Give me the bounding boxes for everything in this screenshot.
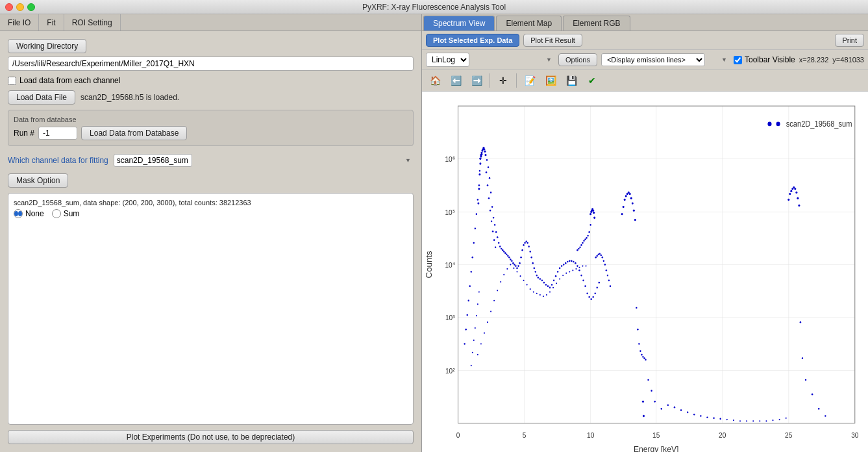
svg-point-110 [577, 265, 578, 267]
radio-sum-dot[interactable] [52, 209, 61, 218]
svg-text:5: 5 [523, 431, 527, 439]
traffic-lights[interactable] [5, 3, 35, 11]
svg-point-226 [559, 278, 560, 279]
svg-point-61 [499, 245, 501, 247]
svg-point-250 [471, 365, 472, 366]
svg-point-54 [490, 192, 491, 194]
svg-point-207 [497, 290, 498, 291]
svg-point-119 [595, 292, 596, 294]
svg-point-41 [479, 170, 480, 172]
svg-point-180 [687, 412, 688, 414]
emission-lines-select[interactable]: <Display emission lines> [601, 53, 705, 66]
tab-fit[interactable]: Fit [39, 14, 64, 31]
plot-experiments-button[interactable]: Plot Experiments (Do not use, to be depr… [8, 430, 414, 444]
svg-point-197 [805, 379, 806, 381]
svg-point-71 [512, 262, 514, 264]
path-input[interactable] [8, 56, 414, 71]
save-icon-button[interactable]: 💾 [562, 71, 580, 90]
svg-point-224 [552, 287, 554, 288]
mask-option-button[interactable]: Mask Option [8, 173, 68, 188]
plot-selected-button[interactable]: Plot Selected Exp. Data [426, 34, 519, 47]
svg-point-259 [739, 420, 741, 421]
svg-point-96 [549, 287, 551, 289]
run-input[interactable] [38, 127, 77, 140]
toolbar-visible-checkbox[interactable] [734, 56, 742, 64]
svg-point-82 [527, 242, 528, 244]
tab-element-map[interactable]: Element Map [496, 16, 562, 31]
working-directory-section: Working Directory [8, 39, 414, 71]
load-database-button[interactable]: Load Data from Database [81, 126, 187, 140]
svg-point-80 [524, 242, 525, 244]
svg-point-253 [475, 327, 476, 329]
home-icon-button[interactable]: 🏠 [426, 71, 444, 90]
channel-select[interactable]: scan2D_19568_sum scan2D_19568_det1 scan2… [114, 154, 192, 167]
tab-file-io[interactable]: File IO [0, 14, 39, 31]
pan-icon-button[interactable]: ✛ [494, 71, 512, 90]
check-icon-button[interactable]: ✔ [583, 71, 601, 90]
svg-point-205 [490, 310, 491, 312]
svg-point-132 [580, 244, 582, 246]
svg-point-202 [480, 343, 482, 344]
working-directory-button[interactable]: Working Directory [8, 39, 86, 53]
svg-point-158 [629, 193, 631, 195]
minimize-button[interactable] [16, 3, 24, 11]
svg-point-239 [478, 173, 480, 175]
svg-point-86 [532, 262, 534, 264]
svg-point-240 [478, 188, 480, 190]
svg-point-222 [546, 294, 547, 295]
svg-point-26 [767, 122, 771, 127]
options-button[interactable]: Options [558, 53, 597, 66]
svg-point-32 [468, 300, 469, 302]
svg-point-173 [654, 401, 655, 403]
svg-point-62 [501, 248, 502, 250]
svg-point-210 [506, 268, 508, 270]
svg-point-188 [790, 190, 792, 192]
svg-point-53 [489, 177, 490, 179]
tab-element-rgb[interactable]: Element RGB [563, 16, 630, 31]
svg-point-135 [584, 238, 586, 240]
title-bar: PyXRF: X-ray Fluorescence Analysis Tool [0, 0, 868, 14]
svg-point-183 [706, 416, 708, 418]
icon-separator-2 [516, 73, 517, 88]
svg-point-103 [563, 264, 564, 266]
radio-none-dot[interactable] [14, 209, 23, 218]
svg-text:15: 15 [652, 431, 660, 439]
svg-point-109 [575, 262, 576, 264]
svg-point-29 [464, 343, 465, 345]
maximize-button[interactable] [27, 3, 35, 11]
svg-text:30: 30 [851, 431, 858, 439]
plot-fit-button[interactable]: Plot Fit Result [523, 34, 582, 47]
radio-none-item[interactable]: None [14, 209, 44, 218]
svg-point-143 [599, 253, 601, 255]
svg-point-191 [794, 188, 796, 190]
tab-roi-setting[interactable]: ROI Setting [64, 14, 121, 31]
svg-point-170 [645, 359, 646, 361]
x-coord: x=28.232 [799, 56, 829, 64]
tab-spectrum-view[interactable]: Spectrum View [423, 16, 495, 31]
svg-point-128 [593, 217, 595, 219]
svg-point-246 [491, 220, 492, 222]
svg-point-93 [543, 282, 545, 284]
linlog-select[interactable]: LinLog Linear Log [426, 53, 469, 67]
svg-point-78 [521, 249, 523, 251]
svg-point-133 [582, 242, 583, 244]
svg-point-196 [802, 357, 803, 359]
back-icon-button[interactable]: ⬅️ [447, 71, 465, 90]
load-data-file-button[interactable]: Load Data File [8, 90, 75, 105]
toolbar-visible-row: Toolbar Visible [734, 55, 795, 64]
load-each-channel-checkbox[interactable] [8, 77, 16, 85]
svg-point-181 [693, 414, 695, 416]
forward-icon-button[interactable]: ➡️ [467, 71, 486, 90]
svg-point-198 [812, 394, 813, 396]
svg-point-138 [588, 231, 589, 233]
close-button[interactable] [5, 3, 13, 11]
svg-point-176 [661, 408, 662, 410]
print-button[interactable]: Print [835, 34, 864, 47]
svg-point-159 [630, 197, 632, 199]
svg-point-216 [527, 284, 528, 285]
svg-point-230 [572, 270, 573, 271]
edit-icon-button[interactable]: 📝 [521, 71, 539, 90]
image-icon-button[interactable]: 🖼️ [541, 71, 560, 90]
radio-sum-item[interactable]: Sum [52, 209, 80, 218]
svg-point-243 [487, 184, 488, 186]
